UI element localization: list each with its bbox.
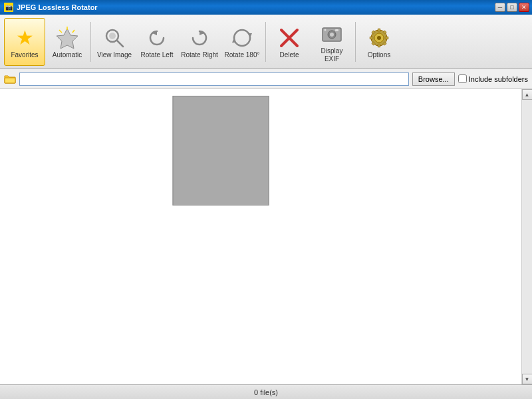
toolbar-sep-3: [355, 22, 356, 62]
rotate-left-icon: [145, 26, 169, 50]
delete-label: Delete: [280, 51, 299, 59]
options-icon: [367, 26, 391, 50]
title-controls: ─ □ ✕: [495, 3, 529, 12]
toolbar-favorites-button[interactable]: ★ Favorites: [4, 18, 45, 66]
content-panel: [0, 89, 521, 384]
toolbar-automatic-button[interactable]: Automatic: [47, 18, 88, 66]
display-exif-label: Display EXIF: [313, 47, 350, 63]
svg-rect-16: [335, 29, 338, 31]
toolbar-rotate-right-button[interactable]: Rotate Right: [179, 18, 220, 66]
automatic-icon: [55, 26, 79, 50]
svg-point-15: [330, 33, 334, 37]
minimize-button[interactable]: ─: [495, 3, 505, 12]
toolbar-rotate-left-button[interactable]: Rotate Left: [136, 18, 178, 66]
view-image-label: View Image: [97, 51, 132, 59]
rotate-left-label: Rotate Left: [141, 51, 174, 59]
close-button[interactable]: ✕: [519, 3, 529, 12]
toolbar-rotate-180-button[interactable]: Rotate 180°: [221, 18, 263, 66]
scroll-up-button[interactable]: ▲: [522, 89, 533, 100]
toolbar-sep-1: [90, 22, 91, 62]
toolbar-sep-2: [265, 22, 266, 62]
toolbar-delete-button[interactable]: Delete: [269, 18, 310, 66]
browse-button[interactable]: Browse...: [412, 72, 455, 86]
rotate-180-icon: [230, 26, 254, 50]
toolbar-options-button[interactable]: Options: [358, 18, 400, 66]
app-icon: 📷: [4, 3, 13, 12]
scrollbar-right: ▲ ▼: [521, 89, 532, 384]
svg-line-5: [117, 41, 123, 47]
image-preview-placeholder: [173, 96, 269, 205]
title-bar: 📷 JPEG Lossless Rotator ─ □ ✕: [0, 0, 532, 15]
toolbar-display-exif-button[interactable]: Display EXIF: [311, 18, 352, 66]
scrollbar-track[interactable]: [522, 100, 532, 374]
window-title: JPEG Lossless Rotator: [17, 3, 98, 11]
scroll-down-button[interactable]: ▼: [522, 374, 533, 384]
svg-rect-24: [385, 37, 388, 39]
toolbar-view-image-button[interactable]: View Image: [94, 18, 135, 66]
svg-point-6: [109, 33, 116, 39]
svg-marker-0: [57, 29, 78, 49]
rotate-right-label: Rotate Right: [181, 51, 218, 59]
include-subfolders-text: Include subfolders: [469, 75, 528, 83]
svg-rect-23: [370, 37, 373, 39]
delete-icon: [277, 26, 301, 50]
include-subfolders-label[interactable]: Include subfolders: [458, 74, 528, 83]
automatic-label: Automatic: [53, 51, 82, 59]
status-text: 0 file(s): [254, 388, 278, 396]
display-exif-icon: [320, 22, 344, 46]
svg-line-3: [59, 30, 62, 33]
title-bar-left: 📷 JPEG Lossless Rotator: [4, 3, 98, 12]
svg-line-2: [72, 30, 74, 33]
svg-marker-10: [232, 38, 236, 43]
maximize-button[interactable]: □: [507, 3, 517, 12]
svg-rect-29: [5, 78, 15, 83]
favorites-icon: ★: [13, 26, 37, 50]
include-subfolders-checkbox[interactable]: [458, 74, 467, 83]
status-bar: 0 file(s): [0, 384, 532, 399]
svg-point-20: [377, 36, 381, 40]
folder-icon: [4, 73, 16, 85]
address-input[interactable]: [19, 72, 409, 86]
view-image-icon: [102, 26, 126, 50]
toolbar: ★ Favorites Automatic View Image: [0, 15, 532, 69]
svg-rect-21: [378, 29, 380, 32]
address-bar: Browse... Include subfolders: [0, 69, 532, 89]
options-label: Options: [368, 51, 390, 59]
svg-rect-22: [378, 44, 380, 47]
svg-point-17: [325, 29, 327, 31]
main-area: ▲ ▼: [0, 89, 532, 384]
favorites-label: Favorites: [11, 51, 38, 59]
rotate-right-icon: [188, 26, 211, 50]
rotate-180-label: Rotate 180°: [225, 51, 260, 59]
